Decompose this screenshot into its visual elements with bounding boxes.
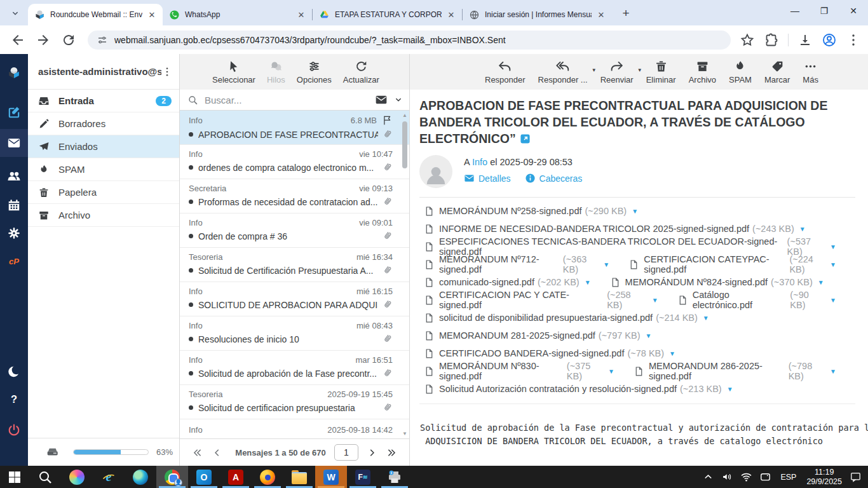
attachment-menu-icon[interactable]: ▼ <box>585 279 591 286</box>
message-row[interactable]: Secretariavie 09:13Proformas de necesida… <box>180 179 409 214</box>
attachment-link[interactable]: CERTIFICACION PAC Y CATE-signed.pdf(~258… <box>424 290 658 310</box>
rail-compose-button[interactable] <box>0 100 28 125</box>
tab-close-icon[interactable]: ✕ <box>295 9 307 20</box>
rail-settings-button[interactable] <box>0 220 28 246</box>
marcar-button[interactable]: Marcar <box>758 60 796 85</box>
search-scope-icon[interactable] <box>375 93 388 106</box>
volume-icon[interactable] <box>721 471 733 483</box>
attachment-link[interactable]: comunicado-signed.pdf(~202 KB)▼ <box>424 276 591 288</box>
tray-expand-icon[interactable] <box>702 471 714 483</box>
attachment-name[interactable]: CERTIFICADO BANDERA-signed-signed.pdf <box>439 348 624 358</box>
attachment-link[interactable]: Catálogo electrónico.pdf(~90 KB)▼ <box>677 290 836 310</box>
responder-button[interactable]: Responder <box>478 60 532 85</box>
attachment-name[interactable]: MEMORÁNDUM Nº712-signed.pdf <box>439 254 560 274</box>
taskbar-acrobat-icon[interactable]: A <box>220 466 252 488</box>
attachment-name[interactable]: Catálogo electrónico.pdf <box>693 290 787 310</box>
attachment-link[interactable]: CERTIFICADO BANDERA-signed-signed.pdf(~7… <box>424 348 675 360</box>
attachment-name[interactable]: Solicitud Autorización contratación y re… <box>439 384 677 394</box>
taskbar-fes-app-icon[interactable]: F≋ <box>347 466 379 488</box>
rail-logout-button[interactable] <box>0 417 28 443</box>
taskbar-fax-printer-icon[interactable]: i <box>379 466 410 488</box>
attachment-menu-icon[interactable]: ▼ <box>608 368 614 375</box>
refresh-icon[interactable] <box>61 32 76 48</box>
message-row[interactable]: Infomar 16:51Solicitud de aprobación de … <box>180 351 409 385</box>
message-row[interactable]: Tesoreria2025-09-19 15:45Solicitud de ce… <box>180 385 409 419</box>
taskbar-file-explorer-icon[interactable] <box>283 466 315 488</box>
attachment-name[interactable]: CERTIFICACION CATEYPAC-signed.pdf <box>644 254 786 274</box>
downloads-icon[interactable] <box>797 32 813 48</box>
taskbar-start-button[interactable] <box>0 466 29 488</box>
folder-item-archivo[interactable]: Archivo <box>28 204 179 227</box>
flag-icon[interactable] <box>382 115 393 126</box>
attachment-link[interactable]: MEMORÁNDUM Nº258-signed.pdf(~290 KB)▼ <box>424 205 638 217</box>
first-page-icon[interactable] <box>192 447 203 458</box>
attachment-menu-icon[interactable]: ▼ <box>603 261 609 268</box>
bookmark-star-icon[interactable] <box>740 32 755 48</box>
attachment-link[interactable]: MEMORANDUM 281-2025-signed.pdf(~797 KB)▼ <box>424 330 651 342</box>
taskbar-firefox-icon[interactable] <box>252 466 283 488</box>
attachment-name[interactable]: CERTIFICACION PAC Y CATE-signed.pdf <box>439 290 604 310</box>
back-icon[interactable] <box>10 32 25 48</box>
taskbar-copilot-icon[interactable] <box>61 466 93 488</box>
attachment-menu-icon[interactable]: ▼ <box>830 243 836 250</box>
hilos-button[interactable]: Hilos <box>261 60 291 85</box>
recipient-link[interactable]: Info <box>472 157 487 167</box>
más-button[interactable]: Más <box>796 60 825 85</box>
scroll-down-icon[interactable]: ▼ <box>402 431 408 437</box>
scroll-up-icon[interactable]: ▲ <box>402 112 408 118</box>
prev-page-icon[interactable] <box>212 447 222 458</box>
opciones-button[interactable]: Opciones <box>291 60 337 85</box>
headers-toggle[interactable]: Cabeceras <box>525 173 583 184</box>
page-number-input[interactable] <box>334 444 358 461</box>
attachment-menu-icon[interactable]: ▼ <box>727 386 733 393</box>
attachment-menu-icon[interactable]: ▼ <box>632 208 638 215</box>
url-bar[interactable]: webmail.sanjuan.gob.ec/cpsess6704737043/… <box>88 30 731 50</box>
message-row[interactable]: Infovie 09:01Orden de compra # 36 <box>180 214 409 248</box>
browser-tab-2[interactable]: WhatsApp✕ <box>163 4 312 25</box>
restore-button[interactable]: ❐ <box>810 0 839 22</box>
folder-item-borradores[interactable]: Borradores <box>28 112 179 135</box>
attachment-link[interactable]: MEMORÁNDUM Nº830-signed.pdf(~375 KB)▼ <box>424 361 614 381</box>
attachment-menu-icon[interactable]: ▼ <box>652 297 658 304</box>
message-row[interactable]: Info2025-09-18 14:42 <box>180 419 409 438</box>
message-row[interactable]: Infovie 10:47ordenes de compra catalogo … <box>180 145 409 179</box>
attachment-menu-icon[interactable]: ▼ <box>669 350 675 357</box>
attachment-link[interactable]: MEMORANDUM 286-2025-signed.pdf(~798 KB)▼ <box>634 361 836 381</box>
forward-icon[interactable] <box>36 32 51 48</box>
attachment-menu-icon[interactable]: ▼ <box>799 226 806 233</box>
new-tab-button[interactable]: + <box>617 4 635 22</box>
attachment-name[interactable]: INFORME DE NECESIDAD-BANDERA TRICOLOR 20… <box>439 224 749 234</box>
search-options-chevron-icon[interactable] <box>394 95 403 104</box>
url-text[interactable]: webmail.sanjuan.gob.ec/cpsess6704737043/… <box>114 35 506 45</box>
message-row[interactable]: Tesoreriamié 16:34Solicitud de Certifica… <box>180 248 409 282</box>
attachment-name[interactable]: MEMORÁNDUM Nº824-signed.pdf <box>625 277 768 287</box>
archivo-button[interactable]: Archivo <box>682 60 722 85</box>
notification-center-icon[interactable] <box>850 471 862 483</box>
taskbar-word-icon[interactable]: W <box>315 466 347 488</box>
attachment-menu-icon[interactable]: ▼ <box>646 332 652 339</box>
message-row[interactable]: Infomié 16:15SOLICITUD DE APROBACION PAR… <box>180 282 409 316</box>
folder-item-entrada[interactable]: Entrada2 <box>28 90 179 112</box>
attachment-name[interactable]: MEMORANDUM 281-2025-signed.pdf <box>439 330 595 341</box>
search-input[interactable] <box>205 95 375 105</box>
close-button[interactable]: ✕ <box>839 0 868 22</box>
menu-icon[interactable] <box>846 32 861 48</box>
rail-help-button[interactable]: ? <box>0 387 28 412</box>
seleccionar-button[interactable]: Seleccionar <box>207 60 261 85</box>
attachment-menu-icon[interactable]: ▼ <box>830 297 836 304</box>
attachment-link[interactable]: solicitud de disponibilidad presupuestar… <box>424 312 709 324</box>
taskbar-search-icon[interactable] <box>29 466 61 488</box>
browser-tab-4[interactable]: Iniciar sesión | Informes Mensua✕ <box>463 4 612 25</box>
language-indicator[interactable]: ESP <box>780 473 796 482</box>
scrollbar-thumb[interactable] <box>402 121 407 168</box>
rail-calendar-button[interactable] <box>0 193 28 218</box>
wifi-icon[interactable] <box>740 471 752 483</box>
meet-now-icon[interactable] <box>759 471 771 483</box>
attachment-link[interactable]: Solicitud Autorización contratación y re… <box>424 383 733 395</box>
message-row[interactable]: Infomié 08:43Resoluciones de inicio 10 <box>180 316 409 351</box>
spam-button[interactable]: SPAM <box>722 60 758 85</box>
rail-contacts-button[interactable] <box>0 163 28 189</box>
next-page-icon[interactable] <box>367 447 377 458</box>
taskbar-chrome-icon[interactable]: 👤 <box>156 466 188 488</box>
attachment-name[interactable]: MEMORÁNDUM Nº258-signed.pdf <box>439 206 581 216</box>
